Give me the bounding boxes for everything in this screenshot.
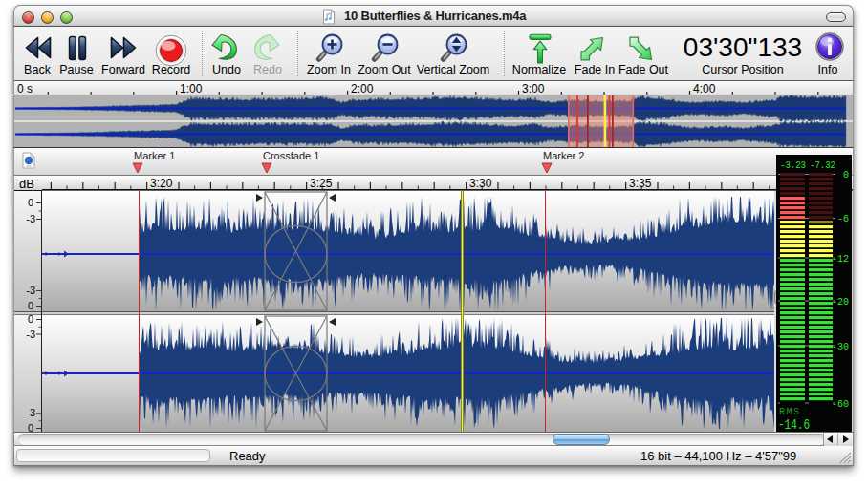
svg-text:dB: dB [19,177,34,191]
svg-text:3:20: 3:20 [150,177,173,190]
svg-text:0: 0 [28,422,33,432]
svg-text:0: 0 [28,300,33,311]
svg-text:RMS: RMS [779,407,801,417]
svg-text:-3: -3 [26,407,35,418]
svg-text:0 s: 0 s [17,82,33,95]
svg-text:-6: -6 [837,214,849,224]
svg-text:2:00: 2:00 [351,82,374,95]
svg-text:-7.32: -7.32 [810,159,835,171]
svg-text:-3.23: -3.23 [780,159,806,171]
svg-text:0: 0 [843,170,849,180]
svg-text:1:00: 1:00 [180,82,203,95]
svg-text:3:30: 3:30 [469,177,492,190]
svg-text:0: 0 [28,197,33,208]
svg-text:-3: -3 [26,329,35,340]
svg-text:3:00: 3:00 [522,82,545,95]
svg-text:4:00: 4:00 [693,82,716,95]
svg-text:-3: -3 [26,285,35,296]
svg-text:-14.6: -14.6 [778,417,810,433]
svg-text:3:25: 3:25 [310,177,333,190]
svg-text:-20: -20 [832,297,849,308]
svg-text:0: 0 [28,313,33,325]
svg-text:-30: -30 [832,342,849,352]
svg-text:3:35: 3:35 [629,177,652,190]
svg-text:-60: -60 [832,399,849,410]
svg-text:-3: -3 [26,213,35,224]
svg-text:-12: -12 [832,254,849,265]
